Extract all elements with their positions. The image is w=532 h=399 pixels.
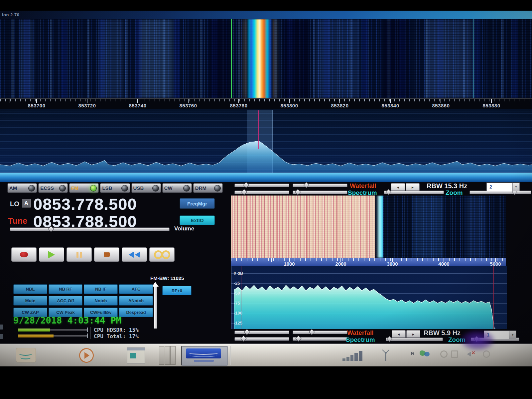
knob-icon[interactable] [59,185,66,192]
af-spectrum-brightness-slider[interactable] [234,337,289,341]
af-lower-cursor-line [241,266,241,329]
extio-button[interactable]: ExtIO [180,215,215,225]
antenna-icon[interactable] [380,349,392,362]
knob-icon[interactable] [214,185,221,192]
pause-button[interactable] [66,247,92,262]
rf-waterfall-speed-spinner[interactable]: 2 ▼ [486,183,520,191]
rf-rbw-decrease-button[interactable]: ◄ [391,183,405,191]
nb-if-button[interactable]: NB IF [84,284,118,294]
knob-icon[interactable] [28,185,35,192]
window-titlebar-glyph [127,348,145,350]
agc-button[interactable]: AGC Off [49,296,82,306]
rf-spectrum-display[interactable] [0,109,532,173]
mode-button-cw[interactable]: CW [162,183,192,193]
decorative-wave [20,355,31,359]
left-arrow-icon: ◄ [396,186,400,189]
tray-blue-icon[interactable] [424,352,430,356]
knob-icon[interactable] [183,185,190,192]
fm-bw-slider[interactable] [154,287,157,329]
spinner-dropdown-icon[interactable]: ▼ [509,331,516,339]
freq-tick-label: 853740 [127,103,148,108]
tune-label: Tune [8,216,27,226]
rf-spectrum-contrast-slider[interactable] [293,191,347,194]
cpu-status: CPU HDSDR: 15% CPU Total: 17% [94,327,139,339]
af-waterfall-display[interactable] [231,196,506,258]
knob-icon[interactable] [152,185,159,192]
despread-button[interactable]: Despread [119,308,153,317]
af-waterfall-brightness-slider[interactable] [234,331,289,334]
meter-track[interactable] [50,330,87,331]
stacked-pane-icon[interactable] [165,346,170,365]
hdsdr-taskbar-button[interactable] [181,346,228,366]
rf-waterfall-contrast-slider[interactable] [293,184,347,187]
nbl-button[interactable]: NBL [13,284,47,294]
af-rbw-decrease-button[interactable]: ◄ [392,330,406,338]
mode-button-am[interactable]: AM [7,183,37,193]
freq-tick-label: 853760 [178,103,199,108]
db-label: -75 [234,301,240,306]
rf-frequency-ruler[interactable]: 853700 853720 853740 853760 853780 85380… [0,98,532,109]
dsp-button-grid: NBL NB RF NB IF AFC Mute AGC Off Notch A… [13,284,152,317]
fm-bw-slider-arrow-icon[interactable] [152,282,159,287]
vfo-band-button[interactable]: A [22,199,31,207]
rf-rbw-increase-button[interactable]: ► [406,183,420,191]
af-waterfall-speed-spinner[interactable]: 1 ▼ [484,331,516,339]
rf-gain-button[interactable]: RF+0 [162,286,192,295]
slider-thumb[interactable] [241,189,247,195]
stacked-pane-icon[interactable] [159,346,164,365]
logo-caption-blur [194,360,214,362]
loop-button[interactable] [149,247,175,262]
volume-mixer-bars-icon[interactable] [342,350,362,361]
afc-button[interactable]: AFC [119,284,153,294]
af-rbw-increase-button[interactable]: ► [406,330,420,338]
tray-gray-icon[interactable] [440,350,448,358]
mode-button-drm[interactable]: DRM [193,183,223,193]
left-arrow-icon: ◄ [397,332,400,336]
mode-button-usb[interactable]: USB [131,183,161,193]
stacked-pane-icon[interactable] [170,346,176,365]
fm-active-led-icon[interactable] [90,185,97,192]
mode-button-ecss[interactable]: ECSS [38,183,68,193]
nb-rf-button[interactable]: NB RF [49,284,82,294]
play-button[interactable] [39,247,64,262]
af-extra-slider[interactable] [386,337,443,341]
mute-button[interactable]: Mute [13,296,47,306]
quick-launch-icon-1[interactable] [16,348,36,362]
freq-tick-label: 853840 [380,103,401,108]
rf-extra-slider[interactable] [384,191,444,194]
cpu-hdsdr-text: CPU HDSDR: 15% [94,327,139,333]
volume-slider[interactable] [10,227,170,231]
slider-thumb[interactable] [303,182,309,188]
lo-frequency-display[interactable]: 0853.778.500 [33,195,137,213]
slider-thumb[interactable] [243,182,249,188]
slider-thumb[interactable] [385,189,391,195]
af-spectrum-contrast-slider[interactable] [293,337,347,341]
mode-button-lsb[interactable]: LSB [100,183,130,193]
spinner-dropdown-icon[interactable]: ▼ [512,183,519,191]
logo-wave [191,354,216,357]
tray-app-r-icon[interactable]: R [411,350,415,356]
notch-button[interactable]: Notch [84,296,118,306]
mode-button-fm[interactable]: FM [69,183,99,193]
rf-waterfall-display[interactable] [0,19,532,98]
volume-muted-icon[interactable]: × [467,350,478,357]
tray-gray-icon[interactable] [451,350,458,358]
meter-track[interactable] [54,335,87,336]
tray-gray-icon[interactable] [483,350,490,358]
anotch-button[interactable]: ANotch [119,296,153,306]
rf-waterfall-brightness-slider[interactable] [234,184,289,187]
marker-line-green [231,19,232,98]
media-player-icon[interactable] [79,348,94,363]
rewind-button[interactable] [122,247,147,262]
rf-spectrum-brightness-slider[interactable] [234,191,289,194]
slider-thumb[interactable] [295,189,301,195]
record-button[interactable] [11,247,37,262]
knob-icon[interactable] [121,185,128,192]
stop-button[interactable] [94,247,119,262]
pause-icon [80,252,82,258]
af-spectrum-display[interactable]: 0 dB -25 -50 -75 -100 -125 [231,266,507,329]
window-preview-icon[interactable] [127,347,145,363]
af-frequency-ruler[interactable]: 1000 2000 3000 4000 5000 [231,258,506,266]
af-waterfall-contrast-slider[interactable] [293,331,347,334]
freqmgr-button[interactable]: FreqMgr [180,198,215,209]
